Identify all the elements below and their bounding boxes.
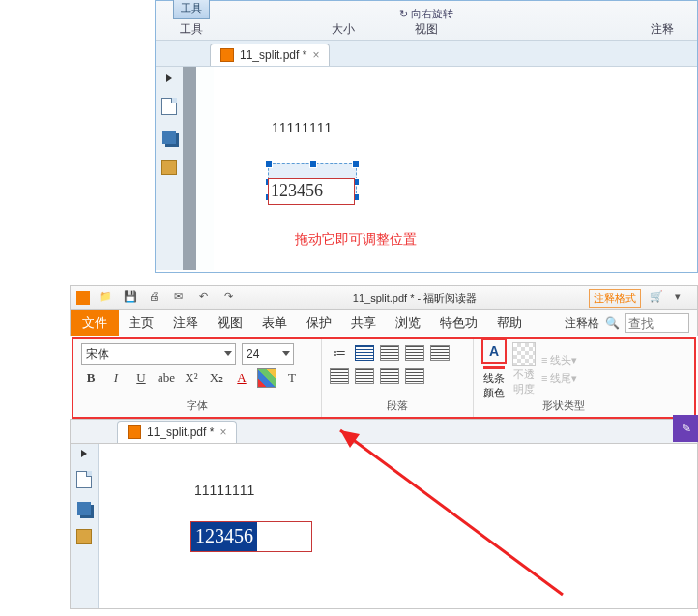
text-caret-area[interactable] — [257, 522, 311, 551]
tab-title: 11_split.pdf * — [147, 425, 214, 439]
side-panel — [71, 444, 99, 608]
arrowtail-combo[interactable]: ≡ 线尾▾ — [541, 371, 577, 386]
tab-close-button[interactable]: × — [312, 48, 319, 62]
menu-browse[interactable]: 浏览 — [386, 310, 430, 336]
font-group: 宋体 24 B I U abe X² X₂ A T 字体 — [73, 339, 322, 417]
document-tab-strip: 11_split.pdf * × — [156, 41, 697, 67]
menu-protect[interactable]: 保护 — [297, 310, 341, 336]
arrowhead-combo[interactable]: ≡ 线头▾ — [541, 353, 577, 367]
document-tab[interactable]: 11_split.pdf * × — [210, 44, 330, 66]
menu-annotate[interactable]: 注释 — [163, 310, 208, 336]
font-size-combo[interactable]: 24 — [242, 343, 294, 365]
side-tool-button[interactable]: ✎ — [673, 415, 698, 442]
pdf-page[interactable]: 11111111 123456 — [109, 444, 697, 608]
document-tab-strip: 11_split.pdf * × — [70, 419, 698, 444]
shape-group-label: 形状类型 — [481, 398, 646, 413]
subscript-button[interactable]: X₂ — [207, 369, 226, 387]
tab-title: 11_split.pdf * — [240, 48, 306, 62]
text-effect-button[interactable]: T — [282, 369, 302, 387]
side-panel — [156, 67, 184, 270]
redo-icon[interactable]: ↷ — [223, 289, 241, 307]
annot-label: 注释 — [651, 21, 674, 38]
instruction-text: 拖动它即可调整位置 — [295, 231, 417, 249]
menu-share[interactable]: 共享 — [341, 310, 386, 336]
line-color-button[interactable]: A 线条 颜色 — [481, 338, 507, 400]
search-icon[interactable]: 🔍 — [605, 316, 620, 330]
window-title: 11_split.pdf * - 福昕阅读器 — [248, 291, 581, 306]
indent-inc-button[interactable] — [355, 368, 374, 384]
annotation-format-tab[interactable]: 注释格 — [565, 315, 599, 332]
valign-button[interactable] — [405, 368, 424, 384]
superscript-button[interactable]: X² — [182, 369, 201, 387]
app-icon — [76, 291, 90, 305]
expand-icon[interactable] — [81, 450, 87, 457]
window-titlebar: 📁 💾 🖨 ✉ ↶ ↷ 11_split.pdf * - 福昕阅读器 注释格式 … — [70, 285, 698, 310]
page-shadow — [183, 67, 196, 270]
document-area: 11111111 123456 拖动它即可调整位置 — [156, 67, 697, 270]
menu-form[interactable]: 表单 — [252, 310, 297, 336]
undo-icon[interactable]: ↶ — [198, 289, 216, 307]
layers-icon[interactable] — [77, 502, 91, 515]
indent-dec-button[interactable] — [330, 368, 349, 384]
layers-icon[interactable] — [162, 131, 176, 144]
menu-view[interactable]: 视图 — [208, 310, 252, 336]
mail-icon[interactable]: ✉ — [173, 289, 190, 307]
screenshot-bottom: 📁 💾 🖨 ✉ ↶ ↷ 11_split.pdf * - 福昕阅读器 注释格式 … — [70, 285, 698, 614]
menu-help[interactable]: 帮助 — [487, 310, 532, 336]
textbox-editing[interactable]: 123456 — [190, 521, 312, 552]
highlight-color-button[interactable] — [257, 368, 276, 388]
format-ribbon-highlight: 宋体 24 B I U abe X² X₂ A T 字体 ≔ — [72, 337, 696, 419]
menu-file[interactable]: 文件 — [71, 310, 119, 336]
page-text: 11111111 — [194, 483, 254, 498]
more-icon[interactable]: ▾ — [674, 289, 691, 307]
align-left-button[interactable] — [355, 345, 374, 361]
italic-button[interactable]: I — [106, 369, 126, 387]
pdf-icon — [128, 425, 141, 439]
strike-button[interactable]: abe — [157, 369, 176, 387]
pages-icon[interactable] — [76, 471, 92, 488]
document-area: 11111111 123456 — [70, 444, 698, 609]
rotate-right-button[interactable]: ↻ 向右旋转 — [399, 7, 453, 21]
view-label: 视图 — [415, 21, 438, 38]
cart-icon[interactable]: 🛒 — [649, 289, 666, 307]
underline-button[interactable]: U — [131, 369, 151, 387]
save-icon[interactable]: 💾 — [123, 289, 140, 307]
align-justify-button[interactable] — [430, 345, 450, 361]
font-family-combo[interactable]: 宋体 — [81, 343, 236, 365]
menu-home[interactable]: 主页 — [119, 310, 163, 336]
page-text: 11111111 — [272, 120, 332, 135]
pages-icon[interactable] — [161, 98, 177, 115]
pdf-page[interactable]: 11111111 123456 拖动它即可调整位置 — [214, 67, 697, 270]
screenshot-top: 工具 工具 大小 ↻ 向右旋转 视图 注释 11_split.pdf * × — [155, 0, 698, 273]
textbox-annotation[interactable]: 123456 — [268, 178, 355, 205]
ribbon: 工具 工具 大小 ↻ 向右旋转 视图 注释 — [156, 1, 697, 41]
font-group-label: 字体 — [81, 398, 313, 413]
align-center-button[interactable] — [380, 345, 399, 361]
tools-button[interactable]: 工具 — [173, 0, 210, 19]
menu-feature[interactable]: 特色功 — [430, 310, 487, 336]
size-label: 大小 — [332, 21, 355, 38]
tools-label: 工具 — [180, 21, 203, 38]
line-spacing-button[interactable] — [380, 368, 399, 384]
tab-close-button[interactable]: × — [219, 425, 226, 439]
comments-icon[interactable] — [76, 529, 92, 544]
print-icon[interactable]: 🖨 — [148, 289, 165, 307]
annotation-format-tag[interactable]: 注释格式 — [589, 289, 641, 308]
bullet-list-button[interactable]: ≔ — [330, 344, 349, 362]
shape-group: A 线条 颜色 不透 明度 ≡ 线头▾ ≡ 线尾▾ 形状类型 — [474, 339, 654, 417]
menu-bar: 文件 主页 注释 视图 表单 保护 共享 浏览 特色功 帮助 注释格 🔍 — [70, 310, 698, 336]
bold-button[interactable]: B — [81, 369, 101, 387]
pdf-icon — [220, 48, 234, 62]
document-tab[interactable]: 11_split.pdf * × — [117, 421, 237, 443]
search-input[interactable] — [625, 313, 689, 333]
paragraph-group: ≔ 段落 — [322, 339, 474, 417]
paragraph-group-label: 段落 — [330, 398, 465, 413]
font-color-button[interactable]: A — [232, 369, 251, 387]
expand-icon[interactable] — [166, 74, 172, 82]
selected-text: 123456 — [191, 522, 257, 551]
open-icon[interactable]: 📁 — [98, 289, 115, 307]
comments-icon[interactable] — [161, 160, 177, 175]
opacity-button[interactable]: 不透 明度 — [512, 342, 536, 396]
align-right-button[interactable] — [405, 345, 424, 361]
